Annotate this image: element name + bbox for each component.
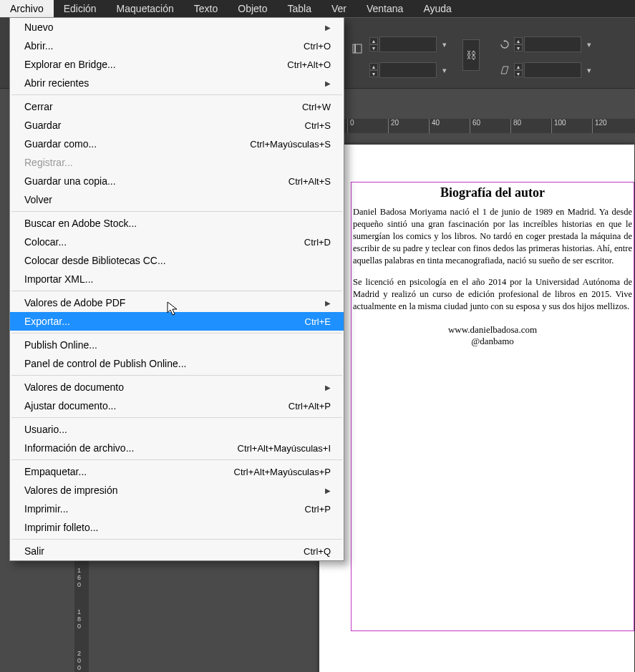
- width-field[interactable]: [379, 36, 437, 52]
- height-stepper[interactable]: ▲▼: [369, 63, 378, 77]
- menu-item[interactable]: Publish Online...: [10, 336, 344, 354]
- menu-item-label: Guardar como...: [24, 138, 97, 150]
- dropdown-icon[interactable]: ▾: [583, 64, 596, 77]
- menu-item-label: Imprimir folleto...: [24, 522, 98, 533]
- menu-separator: [11, 333, 342, 333]
- menu-ventana[interactable]: Ventana: [357, 0, 413, 17]
- menubar: ArchivoEdiciónMaquetaciónTextoObjetoTabl…: [0, 0, 635, 17]
- menu-item-label: Valores de Adobe PDF: [24, 297, 125, 308]
- chevron-right-icon: ▶: [325, 24, 331, 31]
- dropdown-icon[interactable]: ▾: [438, 64, 451, 77]
- menu-maquetación[interactable]: Maquetación: [107, 0, 184, 17]
- menu-item-label: Buscar en Adobe Stock...: [24, 218, 137, 229]
- menu-archivo[interactable]: Archivo: [0, 0, 54, 17]
- menu-item[interactable]: Colocar desde Bibliotecas CC...: [10, 251, 344, 270]
- menu-item[interactable]: GuardarCtrl+S: [10, 116, 344, 135]
- menu-item-label: Usuario...: [24, 424, 67, 435]
- menu-item[interactable]: SalirCtrl+Q: [10, 542, 344, 560]
- menu-item-label: Salir: [24, 545, 44, 557]
- menu-item-label: Guardar una copia...: [24, 175, 116, 187]
- menu-item-label: Valores de documento: [24, 381, 124, 393]
- ruler-tick: 0: [347, 119, 354, 133]
- author-handle: @danbamo: [352, 336, 634, 347]
- menu-shortcut: Ctrl+E: [305, 316, 331, 327]
- menu-shortcut: Ctrl+Mayúsculas+S: [250, 139, 331, 150]
- ruler-tick: 80: [510, 119, 521, 133]
- menu-item[interactable]: Nuevo▶: [10, 18, 344, 36]
- rotate-field[interactable]: [524, 36, 581, 52]
- menu-item-label: Guardar: [24, 120, 61, 131]
- menu-item-label: Abrir...: [24, 40, 53, 52]
- menu-shortcut: Ctrl+D: [304, 237, 331, 248]
- shear-icon: [498, 64, 511, 77]
- menu-item[interactable]: Ajustar documento...Ctrl+Alt+P: [10, 396, 344, 415]
- menu-texto[interactable]: Texto: [184, 0, 228, 17]
- width-stepper[interactable]: ▲▼: [369, 37, 378, 52]
- link-constrain-icon[interactable]: ⛓: [462, 39, 480, 71]
- menu-ayuda[interactable]: Ayuda: [413, 0, 461, 17]
- paragraph: Daniel Badosa Moriyama nació el 1 de jun…: [353, 206, 632, 266]
- menu-separator: [11, 291, 342, 291]
- menu-item[interactable]: Valores de impresión▶: [10, 481, 344, 500]
- menu-item[interactable]: Imprimir...Ctrl+P: [10, 500, 344, 518]
- menu-item-label: Volver: [24, 194, 52, 205]
- menu-item[interactable]: CerrarCtrl+W: [10, 97, 344, 116]
- ruler-tick: 160: [77, 567, 81, 588]
- menu-item-label: Exportar...: [24, 316, 70, 327]
- menu-ver[interactable]: Ver: [321, 0, 357, 17]
- chevron-right-icon: ▶: [325, 299, 331, 307]
- menu-item[interactable]: Abrir...Ctrl+O: [10, 36, 344, 55]
- menu-item-label: Cerrar: [24, 101, 53, 112]
- menu-shortcut: Ctrl+P: [305, 504, 331, 515]
- shear-field[interactable]: [524, 62, 581, 78]
- menu-item[interactable]: Usuario...: [10, 420, 344, 439]
- menu-item[interactable]: Empaquetar...Ctrl+Alt+Mayúsculas+P: [10, 462, 344, 481]
- menu-item[interactable]: Valores de Adobe PDF▶: [10, 293, 344, 312]
- text-frame[interactable]: Biografía del autor Daniel Badosa Moriya…: [351, 182, 634, 631]
- menu-item[interactable]: Colocar...Ctrl+D: [10, 233, 344, 251]
- menu-shortcut: Ctrl+S: [305, 120, 331, 131]
- document-page[interactable]: Biografía del autor Daniel Badosa Moriya…: [319, 145, 634, 672]
- menu-objeto[interactable]: Objeto: [228, 0, 277, 17]
- author-website: www.danielbadosa.com: [352, 324, 634, 336]
- menu-separator: [11, 94, 342, 95]
- paragraph: Se licenció en psicología en el año 2014…: [353, 276, 632, 313]
- menu-shortcut: Ctrl+Alt+S: [289, 176, 331, 187]
- svg-rect-0: [353, 44, 362, 53]
- menu-item[interactable]: Información de archivo...Ctrl+Alt+Mayúsc…: [10, 439, 344, 457]
- dropdown-icon[interactable]: ▾: [583, 38, 596, 51]
- rotate-stepper[interactable]: ▲▼: [514, 37, 523, 52]
- dropdown-icon[interactable]: ▾: [438, 38, 451, 51]
- ruler-tick: 60: [470, 119, 480, 133]
- menu-shortcut: Ctrl+W: [302, 102, 331, 112]
- shear-stepper[interactable]: ▲▼: [514, 63, 523, 77]
- ruler-tick: 40: [429, 119, 440, 133]
- menu-item[interactable]: Guardar como...Ctrl+Mayúsculas+S: [10, 135, 344, 153]
- menu-item-label: Ajustar documento...: [24, 400, 116, 412]
- height-field[interactable]: [379, 62, 437, 78]
- chevron-right-icon: ▶: [325, 79, 331, 87]
- menu-shortcut: Ctrl+Q: [304, 546, 331, 557]
- menu-shortcut: Ctrl+Alt+Mayúsculas+I: [238, 443, 331, 454]
- menu-item[interactable]: Panel de control de Publish Online...: [10, 354, 344, 373]
- menu-item-label: Valores de impresión: [24, 484, 117, 496]
- menu-item-label: Imprimir...: [24, 503, 68, 515]
- menu-item[interactable]: Buscar en Adobe Stock...: [10, 214, 344, 233]
- menu-item[interactable]: Exportar...Ctrl+E: [10, 312, 344, 331]
- ruler-tick: 120: [592, 119, 607, 133]
- menu-separator: [11, 417, 342, 418]
- chevron-right-icon: ▶: [325, 384, 331, 391]
- menu-edición[interactable]: Edición: [54, 0, 107, 17]
- menu-item[interactable]: Valores de documento▶: [10, 378, 344, 396]
- menu-tabla[interactable]: Tabla: [278, 0, 321, 17]
- ruler-tick: 100: [551, 119, 566, 133]
- menu-item[interactable]: Importar XML...: [10, 270, 344, 288]
- menu-item[interactable]: Guardar una copia...Ctrl+Alt+S: [10, 172, 344, 190]
- menu-item[interactable]: Explorar en Bridge...Ctrl+Alt+O: [10, 55, 344, 74]
- rotate-icon: [498, 38, 511, 51]
- menu-item[interactable]: Abrir recientes▶: [10, 74, 344, 92]
- menu-item[interactable]: Imprimir folleto...: [10, 518, 344, 537]
- chevron-right-icon: ▶: [325, 487, 331, 495]
- menu-item-label: Explorar en Bridge...: [24, 59, 116, 70]
- menu-item[interactable]: Volver: [10, 190, 344, 209]
